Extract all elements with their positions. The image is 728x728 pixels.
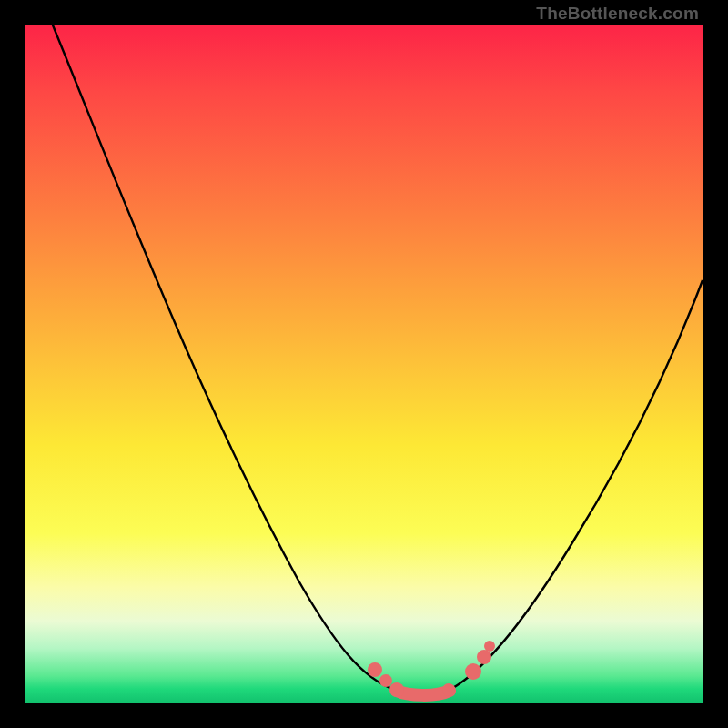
curve-right-branch xyxy=(450,280,703,690)
chart-border-top xyxy=(0,0,728,25)
plot-area xyxy=(25,25,703,703)
chart-border-left xyxy=(0,0,25,728)
trough-marker-3 xyxy=(389,682,404,697)
trough-marker-4 xyxy=(442,683,455,696)
trough-marker-2 xyxy=(379,674,392,687)
chart-frame: TheBottleneck.com xyxy=(0,0,728,728)
trough-marker-6 xyxy=(477,650,491,664)
trough-marker-5 xyxy=(465,663,481,680)
curve-svg xyxy=(25,25,703,703)
chart-border-bottom xyxy=(0,703,728,728)
chart-border-right xyxy=(703,0,728,728)
curve-left-branch xyxy=(49,25,395,690)
trough-marker-7 xyxy=(484,641,495,652)
trough-marker-1 xyxy=(368,662,382,677)
trough-highlight xyxy=(397,691,450,695)
